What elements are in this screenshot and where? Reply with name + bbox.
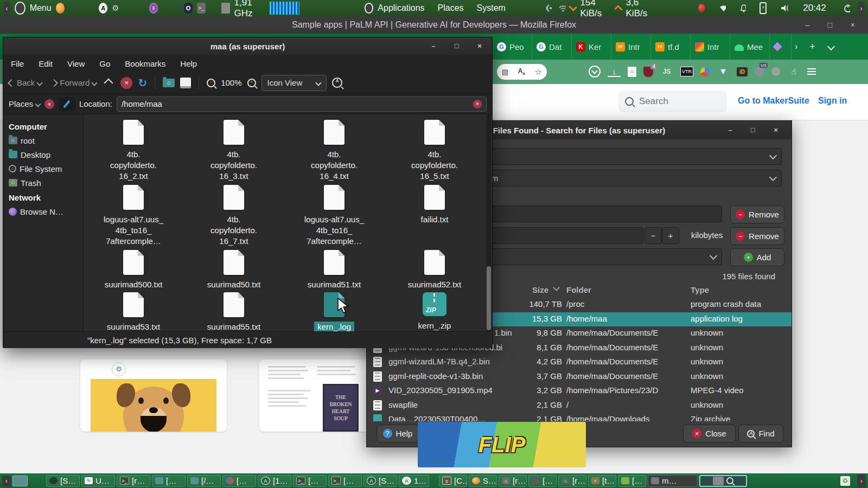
zoom-in-icon[interactable]: + xyxy=(247,79,256,87)
menu-hamburger-icon[interactable] xyxy=(807,68,816,69)
translate-icon[interactable]: Aa xyxy=(518,67,525,76)
gears-icon[interactable]: ⚙ xyxy=(112,3,119,13)
tab-intro-tf[interactable]: TFIntr xyxy=(611,34,651,60)
file-item[interactable]: 4tb. copyfolderto. 16_4.txt xyxy=(285,120,383,182)
applications-menu[interactable]: Applications xyxy=(378,3,424,13)
taskbar-window[interactable]: ⌕[t… xyxy=(588,475,616,487)
wifi-applet-icon[interactable] xyxy=(719,5,726,12)
forward-button[interactable]: Forward xyxy=(52,78,97,87)
cpu-history-graph[interactable] xyxy=(270,2,300,15)
tab-overflow-button[interactable]: › xyxy=(795,42,797,52)
firefox-maximize-button[interactable]: □ xyxy=(828,20,832,30)
fm-minimize-button[interactable]: – xyxy=(426,40,441,53)
net-up-speed[interactable]: 3,6 KiB/s xyxy=(626,0,655,19)
taskbar-window[interactable]: [S… xyxy=(46,475,80,487)
downloads-icon[interactable]: ↓ xyxy=(608,66,621,77)
firefox-launcher-icon[interactable] xyxy=(56,3,65,14)
tab-bard[interactable] xyxy=(770,34,792,60)
back-button[interactable]: Back xyxy=(9,78,42,87)
v-triangle-icon[interactable]: ▼ xyxy=(717,65,730,78)
vtr-icon[interactable]: VTR xyxy=(680,67,693,76)
menu-button[interactable]: Menu xyxy=(30,3,52,13)
add-rule-button[interactable]: +Add xyxy=(730,248,784,266)
volume-icon[interactable] xyxy=(781,4,788,12)
notes-icon[interactable]: ≡ xyxy=(628,67,636,77)
sidebar-item-root[interactable]: ⌂root xyxy=(9,133,83,147)
help-button[interactable]: ?Help xyxy=(376,425,419,442)
taskbar-left-chevron[interactable]: ‹ xyxy=(2,476,11,486)
close-button[interactable]: ×Close xyxy=(683,425,736,442)
file-item[interactable]: suurimad50.txt xyxy=(185,250,283,290)
show-desktop-button[interactable] xyxy=(12,476,28,486)
bookmark-star-icon[interactable]: ☆ xyxy=(535,67,542,77)
places-combo[interactable]: Places xyxy=(9,99,40,108)
tab-tfdata[interactable]: TFtf.d xyxy=(651,34,691,60)
fm-titlebar[interactable]: maa (as superuser) – □ × xyxy=(3,37,492,55)
file-item-selected[interactable]: kern_.log xyxy=(285,292,383,332)
us-proxy-globe-icon[interactable]: US xyxy=(755,67,764,76)
result-row[interactable]: swapfile2,1 GB /unknown xyxy=(367,399,792,413)
spin-up-button[interactable]: + xyxy=(662,227,679,244)
dialog-close-button[interactable]: × xyxy=(769,124,783,137)
network-signal-icon[interactable] xyxy=(545,3,554,13)
clock[interactable]: 20:42 xyxy=(803,3,826,14)
battery-icon[interactable]: ⚡ xyxy=(760,2,767,14)
result-row[interactable]: ggml-replit-code-v1-3b.bin3,7 GB /home/m… xyxy=(367,370,792,384)
file-item[interactable]: suurimad51.txt xyxy=(285,250,383,290)
signin-link[interactable]: Sign in xyxy=(818,96,847,106)
spin-down-button[interactable]: − xyxy=(644,227,662,244)
record-tray-icon[interactable] xyxy=(698,4,705,12)
taskbar-window[interactable]: ✎U… xyxy=(81,475,115,487)
remove-size-rule-button[interactable]: −Remove xyxy=(730,227,784,245)
dialog-maximize-button[interactable]: □ xyxy=(746,124,760,137)
taskbar-window[interactable]: A[S… xyxy=(363,475,397,487)
power-icon[interactable] xyxy=(844,4,851,12)
notification-bell-icon[interactable] xyxy=(740,4,746,12)
taskbar-window[interactable]: [… xyxy=(152,475,186,487)
net-down-speed[interactable]: 154 KiB/s xyxy=(580,0,612,19)
taskbar-window[interactable]: ⌂[r… xyxy=(558,475,586,487)
tab-keras[interactable]: KKer xyxy=(572,34,611,60)
taskbar-window[interactable]: >_[… xyxy=(328,475,362,487)
sidebar-item-filesystem[interactable]: File System xyxy=(9,162,83,176)
taskbar-window[interactable]: >_[r… xyxy=(117,475,150,487)
wifi-icon[interactable] xyxy=(558,4,566,12)
firefox-minimize-button[interactable]: – xyxy=(805,20,809,30)
terminal-tray-icon[interactable]: >_ xyxy=(197,3,206,14)
fm-scrollbar[interactable] xyxy=(487,114,491,331)
file-item[interactable]: failid.txt xyxy=(386,185,483,225)
makersuite-link[interactable]: Go to MakerSuite xyxy=(738,96,809,106)
taskbar-window[interactable]: ±[C… xyxy=(439,475,467,487)
result-row[interactable]: Data…20230530T00400…2,1 GB /home/maa/Dow… xyxy=(367,413,792,421)
result-row[interactable]: ggml-wizardLM-7B.q4_2.bin4,2 GB /home/ma… xyxy=(367,355,792,370)
dialog-minimize-button[interactable]: – xyxy=(723,124,737,137)
taskbar-window[interactable]: ⌂[r… xyxy=(499,475,527,487)
panel-right-chevron[interactable]: › xyxy=(858,2,865,15)
scrollbar-thumb[interactable] xyxy=(487,266,491,330)
fm-close-button[interactable]: × xyxy=(473,40,487,53)
edit-location-button[interactable] xyxy=(59,97,75,111)
file-item[interactable]: suurimad55.txt xyxy=(185,292,283,332)
menu-bookmarks[interactable]: Bookmarks xyxy=(125,59,165,68)
ublock-icon[interactable]: 4 xyxy=(643,67,653,77)
taskbar-window-fm[interactable]: m… xyxy=(648,475,698,487)
menu-help[interactable]: Help xyxy=(180,59,197,68)
taskbar-window[interactable]: A[1… xyxy=(258,475,291,487)
fm-maximize-button[interactable]: □ xyxy=(450,40,464,53)
home-folder-button[interactable]: ⌂ xyxy=(163,79,175,87)
file-item[interactable]: suurimad500.txt xyxy=(85,250,182,290)
tab-data[interactable]: GDat xyxy=(532,34,572,60)
remove-rule-button[interactable]: −Remove xyxy=(730,206,784,223)
list-tabs-button[interactable] xyxy=(828,42,834,52)
view-mode-combo[interactable]: Icon View xyxy=(261,75,327,91)
sidebar-item-trash[interactable]: ♻Trash xyxy=(9,176,83,190)
taskbar-window[interactable]: >_[… xyxy=(293,475,327,487)
taskbar-window[interactable]: A1… xyxy=(399,475,429,487)
tab-intro-gcloud[interactable]: Intr xyxy=(691,34,730,60)
new-tab-button[interactable]: + xyxy=(809,41,815,53)
js-toggle-icon[interactable]: JS xyxy=(660,65,673,78)
fm-search-button[interactable]: A xyxy=(332,78,342,88)
up-button[interactable] xyxy=(104,78,113,87)
file-item[interactable]: suurimad53.txt xyxy=(85,292,182,332)
zoom-out-icon[interactable]: − xyxy=(207,79,215,87)
